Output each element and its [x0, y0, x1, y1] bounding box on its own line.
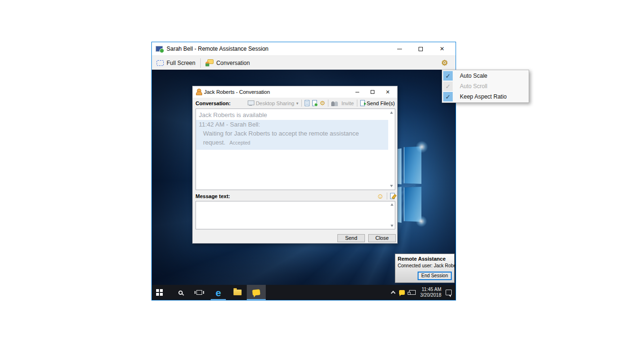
search-button[interactable] — [171, 285, 190, 300]
checkmark-icon: ✓ — [443, 71, 453, 81]
conversation-titlebar[interactable]: Jack Roberts - Conversation ✕ — [193, 86, 397, 98]
status-panel-title: Remote Assistance — [395, 254, 454, 262]
taskbar: e 11:45 AM 3/20/2018 — [152, 285, 456, 300]
main-titlebar[interactable]: Sarah Bell - Remote Assistance Session ✕ — [152, 42, 456, 55]
accepted-status-label: Accepted — [230, 140, 251, 146]
message-input[interactable] — [196, 201, 395, 229]
end-session-button[interactable]: End Session — [418, 272, 452, 280]
conv-minimize-button[interactable] — [350, 86, 365, 98]
send-files-label: Send File(s) — [367, 100, 395, 106]
menu-item-auto-scroll: ✓ Auto Scroll — [443, 81, 528, 91]
internet-explorer-icon: e — [215, 288, 221, 298]
presence-message: Jack Roberts is available — [196, 109, 388, 119]
session-log-icon — [305, 100, 309, 106]
chat-app-button[interactable] — [247, 285, 266, 300]
invite-label: Invite — [341, 100, 354, 106]
scroll-up-icon[interactable] — [390, 111, 393, 114]
share-document-button[interactable] — [312, 100, 317, 106]
conversation-caption-buttons: ✕ — [350, 86, 395, 98]
person-icon — [196, 89, 201, 95]
checkmark-icon: ✓ — [443, 82, 453, 91]
toolbar-separator — [357, 100, 357, 107]
connected-user-name: Jack Roberts — [434, 263, 456, 268]
message-body: Waiting for Jack Roberts to accept the r… — [199, 129, 379, 147]
chat-bubble-icon — [399, 290, 405, 295]
taskbar-clock[interactable]: 11:45 AM 3/20/2018 — [420, 287, 442, 298]
conv-close-button[interactable]: ✕ — [380, 86, 395, 98]
start-button[interactable] — [152, 285, 171, 300]
send-files-icon — [360, 100, 365, 106]
desktop-sharing-label: Desktop Sharing — [256, 100, 294, 106]
scroll-down-icon[interactable] — [390, 185, 393, 187]
toolbar-separator — [387, 192, 387, 200]
windows-start-icon — [156, 289, 159, 292]
conversation-settings-button[interactable]: ⚙ — [320, 100, 326, 106]
minimize-icon — [397, 49, 402, 49]
send-button[interactable]: Send — [337, 234, 365, 242]
conversation-toolbar: Conversation: Desktop Sharing ▾ — [193, 98, 397, 109]
maximize-button[interactable] — [410, 42, 431, 55]
message-input-tools: ☺ — [377, 192, 395, 200]
conversation-button[interactable]: Conversation — [205, 59, 250, 66]
session-log-button[interactable] — [305, 100, 309, 106]
clock-time: 11:45 AM — [420, 287, 442, 292]
remote-desktop-view: Jack Roberts - Conversation ✕ Conversati… — [152, 70, 456, 285]
active-app-indicator — [247, 299, 266, 300]
conversation-window: Jack Roberts - Conversation ✕ Conversati… — [192, 86, 398, 244]
maximize-icon — [419, 47, 423, 51]
highlighted-message-block: 11:42 AM - Sarah Bell: Waiting for Jack … — [196, 120, 388, 150]
internet-explorer-button[interactable]: e — [209, 285, 228, 300]
task-view-button[interactable] — [190, 285, 209, 300]
network-button[interactable] — [409, 290, 416, 295]
main-toolbar: Full Screen Conversation ⚙ — [152, 55, 456, 70]
invite-people-icon — [331, 100, 339, 106]
remote-assistance-status-panel: Remote Assistance Connected user: Jack R… — [395, 254, 455, 283]
maximize-icon — [371, 90, 374, 94]
chat-messages: Jack Roberts is available 11:42 AM - Sar… — [196, 109, 388, 190]
tray-chat-button[interactable] — [399, 290, 405, 295]
menu-item-keep-aspect-ratio[interactable]: ✓ Keep Aspect Ratio — [443, 91, 528, 102]
toolbar-separator — [328, 100, 328, 107]
menu-item-label: Keep Aspect Ratio — [460, 93, 507, 100]
main-window-title: Sarah Bell - Remote Assistance Session — [167, 46, 389, 52]
remote-assistance-app-icon — [156, 46, 163, 52]
send-files-button[interactable]: Send File(s) — [360, 100, 395, 106]
message-text-row: Message text: ☺ — [196, 192, 395, 200]
action-center-button[interactable] — [446, 290, 452, 295]
connected-user-line: Connected user: Jack Roberts — [395, 262, 454, 268]
gear-icon: ⚙ — [441, 59, 448, 67]
conversation-window-title: Jack Roberts - Conversation — [204, 89, 350, 95]
emoticon-button[interactable]: ☺ — [377, 192, 384, 200]
close-conversation-button[interactable]: Close — [368, 234, 396, 242]
screenshot-canvas: Sarah Bell - Remote Assistance Session ✕… — [0, 0, 634, 364]
close-button[interactable]: ✕ — [431, 42, 453, 55]
running-app-indicator — [211, 299, 226, 300]
main-caption-buttons: ✕ — [389, 42, 453, 55]
network-icon — [409, 290, 416, 295]
file-explorer-button[interactable] — [228, 285, 247, 300]
conversation-label: Conversation — [216, 60, 250, 66]
menu-item-label: Auto Scroll — [460, 83, 487, 90]
toolbar-separator — [301, 100, 302, 107]
action-center-icon — [446, 290, 452, 295]
full-screen-button[interactable]: Full Screen — [157, 60, 196, 66]
edit-document-button[interactable] — [390, 193, 395, 199]
conv-maximize-button[interactable] — [365, 86, 380, 98]
chevron-down-icon: ▾ — [296, 101, 298, 106]
connected-user-label: Connected user: — [398, 263, 432, 268]
minimize-button[interactable] — [389, 42, 410, 55]
gear-icon: ⚙ — [320, 100, 326, 106]
chat-bubble-icon — [252, 289, 260, 296]
conversation-toolbar-actions: Desktop Sharing ▾ ⚙ — [248, 100, 395, 107]
share-document-icon — [312, 100, 317, 106]
tray-expand-button[interactable] — [392, 290, 395, 295]
menu-item-auto-scale[interactable]: ✓ Auto Scale — [443, 71, 528, 81]
task-view-icon — [196, 290, 202, 295]
message-timestamp: 11:42 AM - Sarah Bell: — [199, 120, 385, 129]
desktop-sharing-icon — [248, 100, 254, 106]
checkmark-icon: ✓ — [443, 92, 453, 101]
chat-history-panel[interactable]: Jack Roberts is available 11:42 AM - Sar… — [196, 109, 395, 190]
full-screen-label: Full Screen — [167, 60, 196, 66]
settings-button[interactable]: ⚙ — [441, 59, 448, 67]
conversation-icon — [205, 59, 214, 66]
